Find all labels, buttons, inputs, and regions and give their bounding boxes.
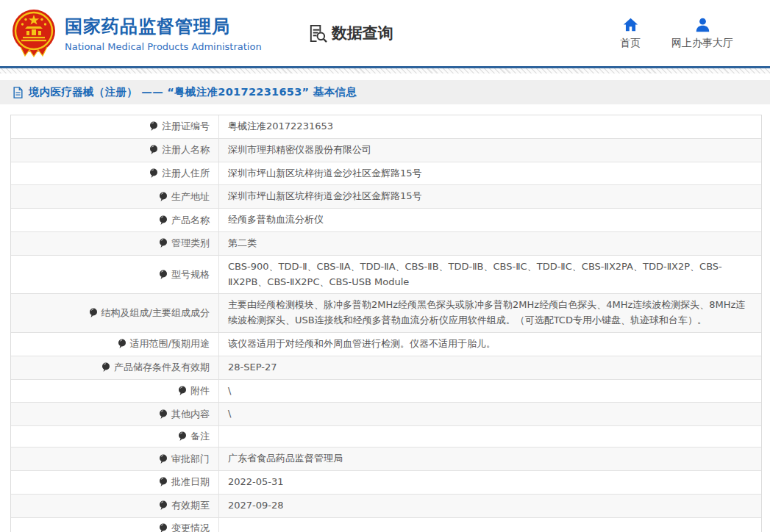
row-label: 产品名称 bbox=[171, 214, 210, 227]
row-label: 产品储存条件及有效期 bbox=[114, 361, 210, 374]
table-row: 附件 \ bbox=[11, 380, 761, 403]
balloon-icon bbox=[159, 477, 168, 487]
row-value: 深圳市坪山新区坑梓街道金沙社区金辉路15号 bbox=[228, 189, 422, 204]
row-label: 适用范围/预期用途 bbox=[130, 337, 210, 351]
table-row: 备注 bbox=[11, 426, 761, 447]
page-title-bar: 境内医疗器械（注册） —— “粤械注准20172231653” 基本信息 bbox=[0, 80, 770, 104]
data-query-label: 数据查询 bbox=[332, 23, 393, 43]
row-label: 注册人住所 bbox=[162, 167, 210, 180]
site-header: 国家药品监督管理局 National Medical Products Admi… bbox=[0, 0, 770, 66]
balloon-icon bbox=[159, 454, 168, 464]
balloon-icon bbox=[159, 500, 168, 511]
row-value: 该仪器适用于对经颅和外周血管进行检测。仪器不适用于胎儿。 bbox=[228, 337, 496, 352]
row-label: 附件 bbox=[190, 384, 210, 398]
row-value: 28-SEP-27 bbox=[228, 360, 277, 375]
table-row: 审批部门 广东省食品药品监督管理局 bbox=[11, 447, 761, 471]
data-query-section: 数据查询 bbox=[307, 23, 393, 43]
row-label: 结构及组成/主要组成成分 bbox=[101, 306, 210, 320]
nav-service-hall-label: 网上办事大厅 bbox=[671, 37, 733, 50]
brand-text: 国家药品监督管理局 National Medical Products Admi… bbox=[65, 15, 262, 52]
row-label: 管理类别 bbox=[171, 237, 210, 250]
brand-title-en: National Medical Products Administration bbox=[65, 41, 262, 52]
document-search-icon bbox=[307, 24, 327, 43]
row-label: 注册证编号 bbox=[162, 120, 210, 133]
table-row: 有效期至 2027-09-28 bbox=[11, 495, 761, 518]
row-value: 主要由经颅检测模块、脉冲多普勒2MHz经颅黑色探头或脉冲多普勒2MHz经颅白色探… bbox=[228, 298, 752, 328]
balloon-icon bbox=[101, 362, 110, 373]
balloon-icon bbox=[118, 339, 126, 349]
balloon-icon bbox=[159, 192, 168, 202]
balloon-icon bbox=[178, 431, 187, 442]
table-row: 型号规格 CBS-900、TDD-Ⅱ、CBS-ⅡA、TDD-ⅡA、CBS-ⅡB、… bbox=[11, 256, 761, 295]
table-row: 生产地址 深圳市坪山新区坑梓街道金沙社区金辉路15号 bbox=[11, 185, 761, 209]
row-label: 其他内容 bbox=[171, 408, 210, 421]
table-row: 注册证编号 粤械注准20172231653 bbox=[11, 115, 761, 139]
table-row: 注册人住所 深圳市坪山新区坑梓街道金沙社区金辉路15号 bbox=[11, 162, 761, 186]
balloon-icon bbox=[149, 145, 158, 155]
table-row: 产品储存条件及有效期 28-SEP-27 bbox=[11, 356, 761, 380]
row-value: CBS-900、TDD-Ⅱ、CBS-ⅡA、TDD-ⅡA、CBS-ⅡB、TDD-Ⅱ… bbox=[228, 259, 752, 290]
balloon-icon bbox=[159, 238, 168, 248]
table-row: 产品名称 经颅多普勒血流分析仪 bbox=[11, 209, 761, 232]
balloon-icon bbox=[178, 386, 187, 396]
row-value: 第二类 bbox=[228, 236, 257, 251]
balloon-icon bbox=[159, 215, 168, 226]
balloon-icon bbox=[149, 168, 158, 179]
national-emblem-icon bbox=[10, 9, 57, 57]
header-nav: 首页 网上办事大厅 bbox=[620, 17, 760, 50]
row-value: 粤械注准20172231653 bbox=[228, 119, 333, 134]
table-row: 批准日期 2022-05-31 bbox=[11, 471, 761, 495]
table-row: 其他内容 \ bbox=[11, 403, 761, 426]
balloon-icon bbox=[149, 121, 158, 132]
hatch-band bbox=[0, 68, 770, 73]
row-value: 2022-05-31 bbox=[228, 475, 284, 490]
balloon-icon bbox=[159, 523, 168, 532]
row-value: 深圳市理邦精密仪器股份有限公司 bbox=[228, 143, 371, 158]
brand-title-cn: 国家药品监督管理局 bbox=[65, 15, 262, 38]
row-label: 变更情况 bbox=[171, 522, 210, 532]
row-value: 2027-09-28 bbox=[228, 498, 284, 514]
table-row: 变更情况 bbox=[11, 518, 761, 532]
row-label: 生产地址 bbox=[171, 190, 210, 204]
balloon-icon bbox=[159, 409, 168, 420]
table-row: 注册人名称 深圳市理邦精密仪器股份有限公司 bbox=[11, 139, 761, 162]
info-table: 注册证编号 粤械注准20172231653 注册人名称 深圳市理邦精密仪器股份有… bbox=[10, 115, 762, 532]
nav-item-service-hall[interactable]: 网上办事大厅 bbox=[671, 17, 733, 50]
row-label: 注册人名称 bbox=[162, 143, 210, 157]
balloon-icon bbox=[159, 270, 168, 280]
row-value: \ bbox=[228, 406, 231, 422]
table-row: 适用范围/预期用途 该仪器适用于对经颅和外周血管进行检测。仪器不适用于胎儿。 bbox=[11, 333, 761, 356]
row-label: 备注 bbox=[190, 430, 210, 443]
row-label: 有效期至 bbox=[171, 499, 210, 512]
document-icon bbox=[13, 87, 24, 98]
balloon-icon bbox=[89, 308, 98, 318]
row-label: 批准日期 bbox=[171, 475, 210, 489]
table-row: 结构及组成/主要组成成分 主要由经颅检测模块、脉冲多普勒2MHz经颅黑色探头或脉… bbox=[11, 294, 761, 333]
row-value: \ bbox=[228, 384, 231, 399]
row-value: 深圳市坪山新区坑梓街道金沙社区金辉路15号 bbox=[228, 166, 422, 181]
row-value: 广东省食品药品监督管理局 bbox=[228, 451, 343, 467]
home-icon bbox=[623, 17, 638, 32]
row-value: 经颅多普勒血流分析仪 bbox=[228, 212, 324, 228]
nav-item-home[interactable]: 首页 bbox=[620, 17, 641, 50]
nav-home-label: 首页 bbox=[620, 37, 641, 50]
row-label: 型号规格 bbox=[171, 268, 210, 281]
table-row: 管理类别 第二类 bbox=[11, 232, 761, 256]
brand: 国家药品监督管理局 National Medical Products Admi… bbox=[10, 9, 262, 57]
user-icon bbox=[695, 17, 710, 32]
page-title: 境内医疗器械（注册） —— “粤械注准20172231653” 基本信息 bbox=[29, 85, 357, 99]
row-label: 审批部门 bbox=[171, 453, 210, 466]
